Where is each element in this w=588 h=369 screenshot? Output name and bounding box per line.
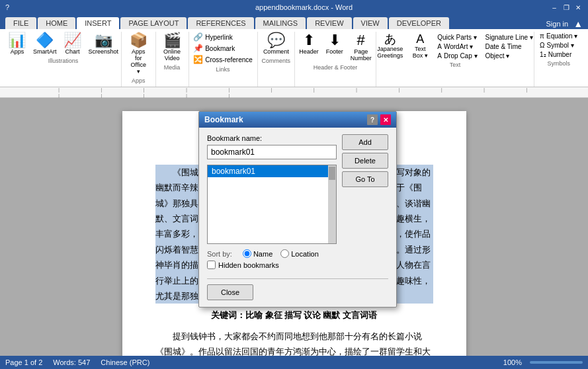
cross-reference-icon: 🔀: [193, 55, 203, 64]
equation-button[interactable]: π Equation ▾: [537, 32, 580, 40]
tab-view[interactable]: VIEW: [353, 17, 388, 29]
help-icon[interactable]: ?: [5, 3, 9, 11]
bookmark-name-input[interactable]: [207, 145, 337, 159]
number-button[interactable]: 1₂ Number: [537, 50, 580, 59]
bookmark-icon: 📌: [193, 44, 203, 53]
online-video-button[interactable]: 🎬 OnlineVideo: [160, 32, 184, 63]
ribbon-group-illustrations: 📊 Apps 🔷 SmartArt 📈 Chart 📷 Screenshot I…: [5, 32, 122, 87]
equation-icon: π: [540, 32, 544, 40]
tab-page-layout[interactable]: PAGE LAYOUT: [120, 17, 187, 29]
bookmark-name-label: Bookmark name:: [207, 134, 337, 142]
dialog-footer: Close: [207, 278, 388, 300]
sort-radio-group: Name Location: [243, 249, 319, 258]
hidden-bookmarks-label: Hidden bookmarks: [218, 261, 279, 269]
quick-parts-button[interactable]: Quick Parts ▾: [435, 33, 480, 42]
word-count: Words: 547: [53, 358, 90, 366]
ribbon-group-comments: 💬 Comment Comments: [258, 32, 296, 87]
delete-button[interactable]: Delete: [342, 153, 388, 169]
cross-reference-button[interactable]: 🔀 Cross-reference: [190, 54, 255, 65]
bookmark-button[interactable]: 📌 Bookmark: [190, 43, 255, 54]
header-button[interactable]: ⬆ Header: [296, 32, 321, 56]
ribbon-group-media: 🎬 OnlineVideo Media: [156, 32, 189, 87]
document-keywords: 关键词：比喻 象征 描写 议论 幽默 文言词语: [155, 308, 433, 323]
ribbon-group-apps: 📦 Apps forOffice ▾ Apps: [122, 32, 156, 87]
status-bar: Page 1 of 2 Words: 547 Chinese (PRC) 100…: [0, 356, 588, 369]
footer-button[interactable]: ⬇ Footer: [323, 32, 347, 56]
ribbon-tabs: FILE HOME INSERT PAGE LAYOUT REFERENCES …: [0, 15, 588, 29]
japanese-greetings-icon: あ: [384, 33, 396, 45]
ribbon-group-text: あ JapaneseGreetings A TextBox ▾ Quick Pa…: [376, 32, 535, 87]
date-time-button[interactable]: Date & Time: [483, 42, 536, 51]
bookmark-listbox[interactable]: bookmark01: [207, 165, 337, 244]
sort-location-radio[interactable]: Location: [280, 249, 319, 258]
apps-icon: 📊: [8, 33, 26, 48]
chart-icon: 📈: [63, 33, 81, 48]
links-label: Links: [216, 66, 230, 73]
chart-button[interactable]: 📈 Chart: [60, 32, 84, 56]
close-button[interactable]: ✕: [573, 3, 583, 12]
comment-button[interactable]: 💬 Comment: [261, 32, 292, 56]
textbox-button[interactable]: A TextBox ▾: [408, 32, 432, 60]
hyperlink-icon: 🔗: [193, 32, 203, 42]
language: Chinese (PRC): [101, 358, 149, 366]
drop-cap-button[interactable]: A Drop Cap ▾: [435, 52, 480, 60]
symbols-label: Symbols: [547, 60, 570, 67]
restore-button[interactable]: ❐: [562, 3, 571, 12]
minimize-button[interactable]: –: [550, 3, 559, 12]
symbol-button[interactable]: Ω Symbol ▾: [537, 41, 580, 50]
main-area: 摘 要 《围城》是一部以旧中国中上层知识分子病态畸形生活为描写对象的幽默而辛辣的…: [0, 98, 588, 356]
japanese-greetings-button[interactable]: あ JapaneseGreetings: [374, 32, 405, 60]
text-small-group2: Signature Line ▾ Date & Time Object ▾: [483, 33, 536, 60]
zoom-slider[interactable]: [530, 361, 583, 364]
close-button[interactable]: Close: [207, 284, 253, 300]
listbox-scrollbar-thumb[interactable]: [329, 167, 335, 180]
footer-icon: ⬇: [329, 33, 341, 48]
text-small-group: Quick Parts ▾ A WordArt ▾ A Drop Cap ▾: [435, 33, 480, 60]
tab-references[interactable]: REFERENCES: [188, 17, 253, 29]
symbols-items: π Equation ▾ Ω Symbol ▾ 1₂ Number: [537, 32, 580, 59]
apps-label: Apps: [132, 77, 146, 84]
tab-review[interactable]: REVIEW: [307, 17, 351, 29]
ribbon-group-symbols: π Equation ▾ Ω Symbol ▾ 1₂ Number Symbol…: [534, 32, 583, 87]
window-title: appendbookmark.docx - Word: [58, 3, 550, 11]
listbox-item-bookmark01[interactable]: bookmark01: [208, 165, 336, 177]
hidden-bookmarks-checkbox-row[interactable]: Hidden bookmarks: [207, 261, 337, 269]
online-video-icon: 🎬: [163, 33, 181, 48]
header-footer-label: Header & Footer: [314, 64, 358, 71]
hyperlink-button[interactable]: 🔗 Hyperlink: [190, 32, 255, 42]
page-info: Page 1 of 2: [5, 358, 42, 366]
screenshot-button[interactable]: 📷 Screenshot: [85, 32, 121, 56]
title-bar: ? appendbookmark.docx - Word – ❐ ✕: [0, 0, 588, 15]
illustrations-apps-button[interactable]: 📊 Apps: [5, 32, 29, 56]
dialog-action-buttons: Add Delete Go To: [342, 134, 388, 276]
sort-name-radio[interactable]: Name: [243, 249, 273, 258]
tab-insert[interactable]: INSERT: [77, 17, 119, 29]
sign-in-link[interactable]: Sign in: [546, 20, 569, 28]
apps-for-office-button[interactable]: 📦 Apps forOffice ▾: [126, 32, 151, 76]
page-number-button[interactable]: # PageNumber: [348, 32, 374, 63]
document-paragraph-2: 提到钱钟书，大家都会不约而同地想到他那部十分有名的长篇小说《围城》。作品以留法回…: [155, 329, 433, 356]
tab-file[interactable]: FILE: [5, 17, 36, 29]
bookmark-dialog: Bookmark ? ✕ Bookmark name: bookmark01: [198, 111, 397, 308]
object-button[interactable]: Object ▾: [483, 52, 536, 60]
comments-label: Comments: [262, 58, 291, 64]
hidden-bookmarks-checkbox[interactable]: [207, 261, 216, 269]
comment-icon: 💬: [267, 33, 285, 48]
signature-line-button[interactable]: Signature Line ▾: [483, 33, 536, 42]
text-label: Text: [450, 62, 461, 68]
tab-home[interactable]: HOME: [38, 17, 75, 29]
dialog-titlebar: Bookmark ? ✕: [199, 112, 396, 128]
ribbon-group-header-footer: ⬆ Header ⬇ Footer # PageNumber Header & …: [295, 32, 376, 87]
wordart-button[interactable]: A WordArt ▾: [435, 42, 480, 51]
zoom-level: 100%: [503, 358, 522, 366]
smartart-button[interactable]: 🔷 SmartArt: [30, 32, 60, 56]
dialog-help-button[interactable]: ?: [367, 114, 378, 125]
tab-developer[interactable]: DEVELOPER: [389, 17, 449, 29]
ribbon-collapse-icon[interactable]: ▲: [573, 19, 583, 29]
ruler: | | | | | | | | | | | | | | | | |: [0, 87, 588, 98]
number-icon: 1₂: [540, 51, 546, 58]
dialog-close-button[interactable]: ✕: [380, 114, 391, 125]
add-button[interactable]: Add: [342, 134, 388, 150]
tab-mailings[interactable]: MAILINGS: [255, 17, 306, 29]
goto-button[interactable]: Go To: [342, 171, 388, 187]
